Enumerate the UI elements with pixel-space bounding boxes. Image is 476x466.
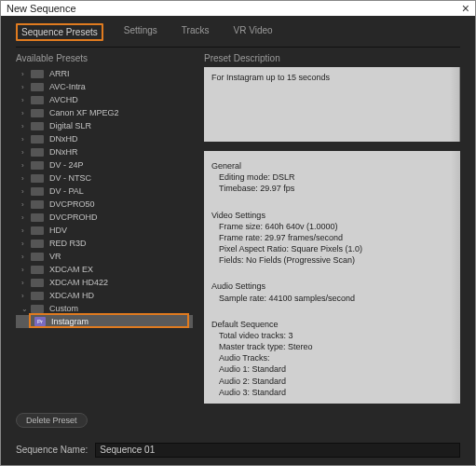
preset-folder-vr[interactable]: ›VR xyxy=(16,250,193,263)
titlebar: New Sequence × xyxy=(1,1,475,16)
preset-folder-dv-pal[interactable]: ›DV - PAL xyxy=(16,185,193,198)
preset-description-text: For Instagram up to 15 seconds xyxy=(211,73,330,82)
details-default-seq-header: Default Sequence xyxy=(211,319,453,330)
preset-tree[interactable]: ›ARRI ›AVC-Intra ›AVCHD ›Canon XF MPEG2 … xyxy=(16,67,193,404)
preset-description-label: Preset Description xyxy=(204,53,460,63)
folder-icon xyxy=(31,226,44,235)
folder-icon xyxy=(31,305,44,313)
available-presets-panel: Available Presets ›ARRI ›AVC-Intra ›AVCH… xyxy=(16,53,193,404)
tab-settings[interactable]: Settings xyxy=(120,23,161,41)
preset-icon: Pr xyxy=(34,317,46,326)
details-general-header: General xyxy=(211,160,453,171)
sequence-name-label: Sequence Name: xyxy=(16,445,88,455)
chevron-down-icon: ⌄ xyxy=(21,305,29,313)
preset-folder-dv-24p[interactable]: ›DV - 24P xyxy=(16,158,193,171)
details-sample-rate: Sample rate: 44100 samples/second xyxy=(211,293,453,304)
folder-icon xyxy=(31,253,44,261)
folder-icon xyxy=(31,83,44,91)
available-presets-label: Available Presets xyxy=(16,53,193,63)
preset-folder-arri[interactable]: ›ARRI xyxy=(16,67,193,80)
folder-icon xyxy=(31,122,44,130)
preset-folder-avc-intra[interactable]: ›AVC-Intra xyxy=(16,80,193,93)
preset-folder-digital-slr[interactable]: ›Digital SLR xyxy=(16,119,193,132)
details-audio-header: Audio Settings xyxy=(211,281,453,292)
window-title: New Sequence xyxy=(7,3,76,14)
sequence-name-input[interactable] xyxy=(95,443,460,458)
preset-folder-dnxhr[interactable]: ›DNxHR xyxy=(16,145,193,158)
preset-description-box: For Instagram up to 15 seconds xyxy=(204,67,460,142)
folder-icon xyxy=(31,240,44,248)
details-pixel-aspect: Pixel Aspect Ratio: Square Pixels (1.0) xyxy=(211,243,453,254)
tabs: Sequence Presets Settings Tracks VR Vide… xyxy=(16,16,460,48)
folder-icon xyxy=(31,279,44,287)
preset-folder-avchd[interactable]: ›AVCHD xyxy=(16,93,193,106)
details-master-track-type: Master track type: Stereo xyxy=(211,341,453,352)
preset-folder-dvcpro50[interactable]: ›DVCPRO50 xyxy=(16,198,193,211)
preset-folder-hdv[interactable]: ›HDV xyxy=(16,224,193,237)
preset-folder-xdcam-hd[interactable]: ›XDCAM HD xyxy=(16,289,193,302)
tab-tracks[interactable]: Tracks xyxy=(178,23,213,41)
folder-icon xyxy=(31,187,44,196)
details-fields: Fields: No Fields (Progressive Scan) xyxy=(211,254,453,266)
folder-icon xyxy=(31,135,44,144)
details-timebase: Timebase: 29.97 fps xyxy=(211,183,453,194)
preset-folder-dnxhd[interactable]: ›DNxHD xyxy=(16,132,193,145)
folder-icon xyxy=(31,200,44,209)
details-editing-mode: Editing mode: DSLR xyxy=(211,171,453,183)
folder-icon xyxy=(31,109,44,117)
preset-folder-xdcam-ex[interactable]: ›XDCAM EX xyxy=(16,263,193,276)
folder-icon xyxy=(31,70,44,78)
preset-folder-dv-ntsc[interactable]: ›DV - NTSC xyxy=(16,171,193,185)
preset-folder-dvcprohd[interactable]: ›DVCPROHD xyxy=(16,211,193,224)
details-video-header: Video Settings xyxy=(211,210,453,221)
new-sequence-dialog: New Sequence × Sequence Presets Settings… xyxy=(0,0,476,466)
folder-icon xyxy=(31,292,44,300)
details-audio-tracks-header: Audio Tracks: xyxy=(211,352,453,363)
preset-item-instagram[interactable]: PrInstagram xyxy=(16,315,193,328)
folder-icon xyxy=(31,174,44,183)
details-frame-size: Frame size: 640h 640v (1.0000) xyxy=(211,221,453,232)
preset-folder-custom[interactable]: ⌄Custom xyxy=(16,302,193,315)
delete-preset-button[interactable]: Delete Preset xyxy=(16,413,88,428)
preset-folder-xdcam-hd422[interactable]: ›XDCAM HD422 xyxy=(16,276,193,289)
details-total-video-tracks: Total video tracks: 3 xyxy=(211,330,453,341)
folder-icon xyxy=(31,161,44,170)
folder-icon xyxy=(31,96,44,104)
folder-icon xyxy=(31,148,44,157)
folder-icon xyxy=(31,266,44,274)
details-frame-rate: Frame rate: 29.97 frames/second xyxy=(211,232,453,243)
tab-vr-video[interactable]: VR Video xyxy=(230,23,277,41)
details-audio3: Audio 3: Standard xyxy=(211,387,453,398)
tab-sequence-presets[interactable]: Sequence Presets xyxy=(16,23,103,41)
preset-folder-red-r3d[interactable]: ›RED R3D xyxy=(16,237,193,250)
preset-folder-canon-xf[interactable]: ›Canon XF MPEG2 xyxy=(16,106,193,119)
details-audio2: Audio 2: Standard xyxy=(211,376,453,387)
preset-details-box[interactable]: General Editing mode: DSLR Timebase: 29.… xyxy=(204,151,460,404)
close-icon[interactable]: × xyxy=(462,1,469,16)
details-audio1: Audio 1: Standard xyxy=(211,363,453,375)
folder-icon xyxy=(31,213,44,222)
